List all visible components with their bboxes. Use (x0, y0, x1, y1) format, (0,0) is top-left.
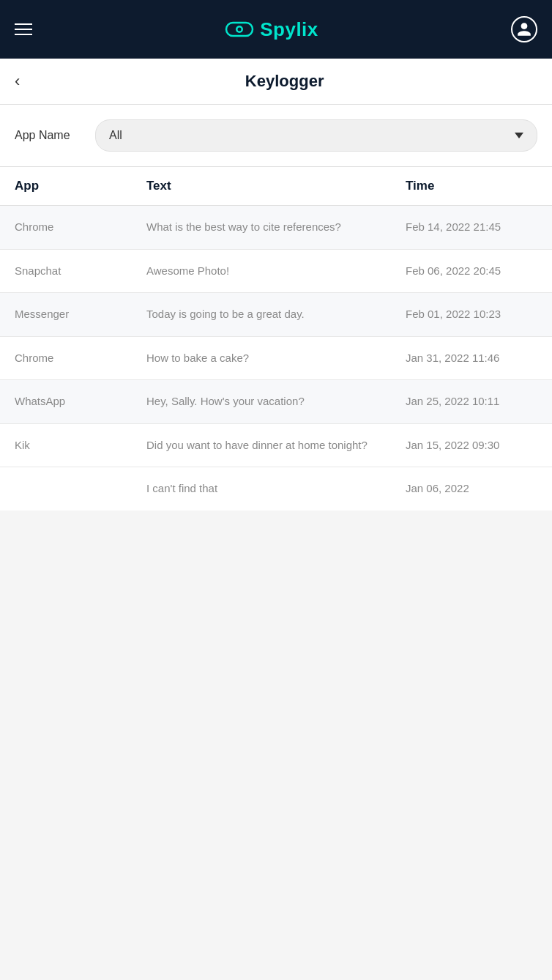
cell-time: Jan 15, 2022 09:30 (406, 437, 537, 454)
cell-app: WhatsApp (15, 393, 146, 410)
user-icon (516, 21, 532, 37)
filter-row: App Name All (0, 105, 552, 167)
cell-time: Jan 25, 2022 10:11 (406, 393, 537, 410)
app-name-filter[interactable]: All (95, 119, 537, 152)
cell-text: Awesome Photo! (146, 263, 406, 280)
filter-label: App Name (15, 129, 81, 142)
table-row: Chrome How to bake a cake? Jan 31, 2022 … (0, 337, 552, 381)
col-header-text: Text (146, 179, 406, 193)
cell-time: Feb 06, 2022 20:45 (406, 263, 537, 280)
cell-text: Today is going to be a great day. (146, 306, 406, 323)
menu-button[interactable] (15, 23, 32, 35)
col-header-time: Time (406, 179, 537, 193)
col-header-app: App (15, 179, 146, 193)
table-row: WhatsApp Hey, Sally. How's your vacation… (0, 380, 552, 424)
cell-text: What is the best way to cite references? (146, 219, 406, 236)
table-row: Snapchat Awesome Photo! Feb 06, 2022 20:… (0, 250, 552, 294)
filter-value: All (109, 129, 122, 142)
cell-time: Jan 06, 2022 (406, 480, 537, 497)
logo-text: Spylix (260, 18, 318, 41)
cell-text: I can't find that (146, 480, 406, 497)
table-row: Messenger Today is going to be a great d… (0, 293, 552, 337)
table-header: App Text Time (0, 167, 552, 206)
cell-time: Jan 31, 2022 11:46 (406, 350, 537, 367)
table-row: I can't find that Jan 06, 2022 (0, 467, 552, 511)
app-header: Spylix (0, 0, 552, 59)
cell-app: Chrome (15, 219, 146, 236)
spylix-logo-icon (225, 20, 254, 39)
table-row: Kik Did you want to have dinner at home … (0, 424, 552, 468)
cell-time: Feb 01, 2022 10:23 (406, 306, 537, 323)
cell-text: Hey, Sally. How's your vacation? (146, 393, 406, 410)
cell-text: How to bake a cake? (146, 350, 406, 367)
back-button[interactable]: ‹ (15, 73, 20, 89)
logo: Spylix (225, 18, 318, 41)
cell-app: Snapchat (15, 263, 146, 280)
user-profile-button[interactable] (511, 16, 537, 42)
chevron-down-icon (515, 133, 523, 138)
cell-app: Chrome (15, 350, 146, 367)
cell-app: Messenger (15, 306, 146, 323)
subheader: ‹ Keylogger (0, 59, 552, 105)
cell-app: Kik (15, 437, 146, 454)
cell-text: Did you want to have dinner at home toni… (146, 437, 406, 454)
keylogger-table: App Text Time Chrome What is the best wa… (0, 167, 552, 511)
cell-time: Feb 14, 2022 21:45 (406, 219, 537, 236)
page-title: Keylogger (31, 72, 537, 91)
table-row: Chrome What is the best way to cite refe… (0, 206, 552, 250)
svg-point-2 (238, 28, 242, 31)
